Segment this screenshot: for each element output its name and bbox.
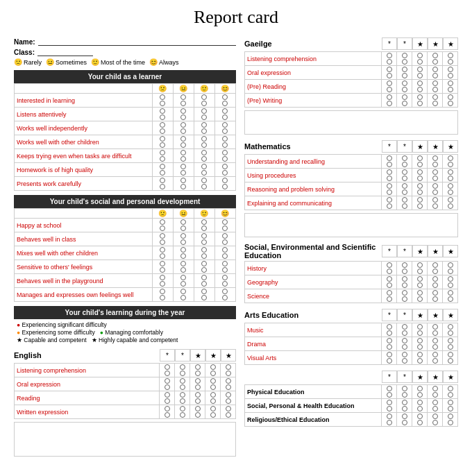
learner-cell-4 <box>214 121 235 135</box>
learner-item-label: Homework is of high quality <box>15 163 153 177</box>
maths-star-3: ★ <box>412 140 428 153</box>
sphe-c3 <box>412 399 428 413</box>
social-item-label: Behaves well in class <box>15 232 153 246</box>
sese-cell-2 <box>397 289 412 303</box>
social-cell-4 <box>214 246 235 260</box>
social-row: Behaves well in class <box>15 232 236 246</box>
sese-star-3: ★ <box>412 245 428 257</box>
maths-title: Mathematics <box>244 142 382 151</box>
learner-table: 🙁 😐 🙂 😊 Interested in learning Listens a… <box>14 83 236 191</box>
sese-cell-5 <box>443 275 458 289</box>
learner-cell-1 <box>152 149 173 163</box>
year-section-header: Your child's learning during the year <box>14 306 236 319</box>
sese-row: Geography <box>245 275 458 289</box>
gaeilge-cell-2 <box>397 80 412 94</box>
maths-notes-box[interactable] <box>244 213 458 237</box>
sese-cell-3 <box>412 275 428 289</box>
english-item-label: Oral expression <box>15 377 160 391</box>
english-cell-2 <box>175 391 190 405</box>
gaeilge-notes-box[interactable] <box>244 110 458 135</box>
english-row: Reading <box>15 391 236 405</box>
social-item-label: Behaves well in the playground <box>15 274 153 288</box>
arts-table: Music Drama Visual Arts <box>244 323 458 365</box>
social-col-1: 🙁 <box>152 209 173 219</box>
social-cell-2 <box>173 260 194 274</box>
arts-cell-3 <box>412 323 428 337</box>
maths-star-5: ★ <box>443 140 458 153</box>
sese-cell-3 <box>412 262 428 275</box>
english-row: Oral expression <box>15 377 236 391</box>
english-cell-1 <box>160 364 175 377</box>
english-title: English <box>14 351 160 359</box>
sese-cell-4 <box>428 275 443 289</box>
arts-cell-1 <box>382 323 397 337</box>
english-star-2: * <box>175 349 190 362</box>
arts-row: Music <box>245 323 458 337</box>
english-cell-1 <box>160 391 175 405</box>
maths-item-label: Using procedures <box>245 169 382 182</box>
sese-item-label: Geography <box>245 275 382 289</box>
maths-section: Mathematics * * ★ ★ ★ Understanding and … <box>244 140 458 237</box>
maths-row: Using procedures <box>245 169 458 182</box>
social-cell-4 <box>214 219 235 232</box>
pe-star-2: * <box>397 371 412 383</box>
english-cell-4 <box>205 377 221 391</box>
religious-c2 <box>397 413 412 427</box>
gaeilge-star-5: ★ <box>443 37 458 50</box>
arts-cell-4 <box>428 351 443 365</box>
learner-cell-2 <box>173 121 194 135</box>
maths-star-2: * <box>397 140 412 153</box>
arts-cell-2 <box>397 351 412 365</box>
maths-cell-3 <box>412 169 428 182</box>
social-cell-4 <box>214 260 235 274</box>
arts-cell-4 <box>428 337 443 351</box>
pe-c2 <box>397 385 412 399</box>
learner-cell-2 <box>173 135 194 149</box>
key-item-2: ● Experiencing some difficulty ● Managin… <box>17 329 233 336</box>
maths-cell-4 <box>428 196 443 210</box>
religious-row: Religious/Ethical Education <box>245 413 458 427</box>
name-input-line[interactable] <box>38 37 236 46</box>
social-row: Manages and expresses own feelings well <box>15 288 236 302</box>
arts-cell-4 <box>428 323 443 337</box>
legend-most: 🙂 Most of the time <box>91 58 145 66</box>
key-item-3: ★ Capable and competent ★ Highly capable… <box>17 337 233 343</box>
learner-cell-2 <box>173 177 194 191</box>
learner-cell-4 <box>214 108 235 121</box>
maths-row: Understanding and recalling <box>245 155 458 169</box>
social-cell-2 <box>173 232 194 246</box>
learner-cell-2 <box>173 108 194 121</box>
learner-row: Works well with other children <box>15 135 236 149</box>
social-cell-3 <box>194 288 214 302</box>
social-cell-3 <box>194 260 214 274</box>
english-star-1: * <box>160 349 175 362</box>
learner-col-label <box>15 84 153 94</box>
learner-cell-1 <box>152 108 173 121</box>
sese-cell-4 <box>428 289 443 303</box>
class-input-line[interactable] <box>37 48 93 56</box>
pe-star-1: * <box>382 371 397 383</box>
english-cell-4 <box>205 391 221 405</box>
arts-star-4: ★ <box>428 309 443 321</box>
english-notes-box[interactable] <box>14 422 236 457</box>
english-star-5: ★ <box>221 349 236 362</box>
social-cell-1 <box>152 288 173 302</box>
learner-cell-3 <box>194 108 214 121</box>
legend-always: 😊 Always <box>149 58 179 66</box>
learner-row: Homework is of high quality <box>15 163 236 177</box>
social-row: Happy at school <box>15 219 236 232</box>
learner-item-label: Presents work carefully <box>15 177 153 191</box>
class-label: Class: <box>14 49 35 56</box>
maths-cell-1 <box>382 182 397 196</box>
maths-cell-2 <box>397 169 412 182</box>
arts-cell-3 <box>412 351 428 365</box>
sese-table: History Geography Science <box>244 261 458 303</box>
english-cell-5 <box>221 405 236 419</box>
religious-c3 <box>412 413 428 427</box>
maths-cell-5 <box>443 169 458 182</box>
sese-cell-2 <box>397 275 412 289</box>
pe-c4 <box>428 385 443 399</box>
gaeilge-item-label: Listening comprehension <box>245 52 382 66</box>
learner-section-header: Your child as a learner <box>14 70 236 83</box>
religious-c5 <box>443 413 458 427</box>
